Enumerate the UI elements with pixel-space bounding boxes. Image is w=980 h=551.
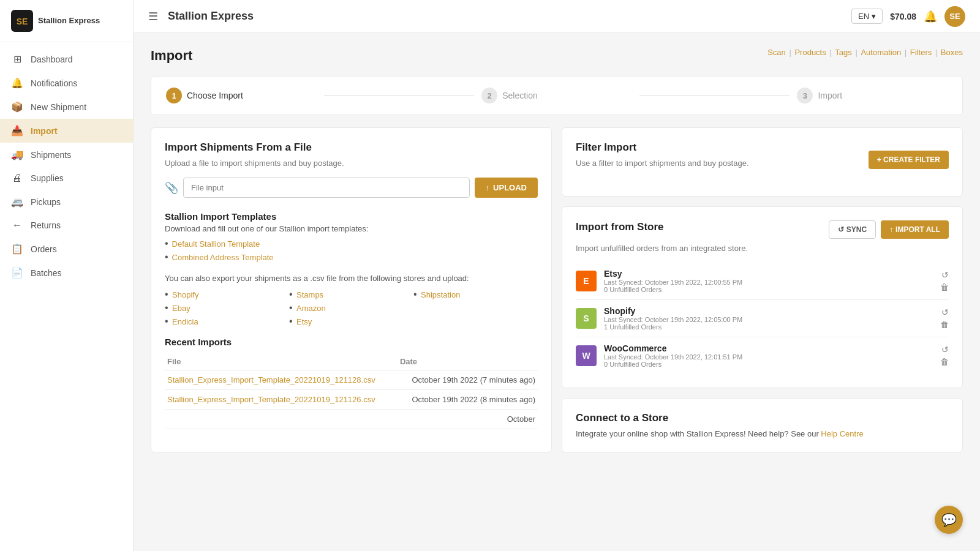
products-link[interactable]: Products (794, 48, 826, 57)
attachment-icon[interactable]: 📎 (165, 181, 178, 195)
filters-link[interactable]: Filters (910, 48, 932, 57)
table-row: Stallion_Express_Import_Template_2022101… (165, 370, 538, 390)
step-2-number: 2 (481, 88, 497, 103)
new-shipment-icon: 📦 (11, 101, 23, 113)
chat-support-button[interactable]: 💬 (935, 506, 963, 534)
sidebar-item-notifications[interactable]: 🔔 Notifications (0, 71, 133, 95)
orders-icon: 📋 (11, 243, 23, 255)
step-line-2 (639, 96, 790, 96)
connect-store-card: Connect to a Store Integrate your online… (562, 398, 963, 452)
sidebar-item-pickups[interactable]: 🚐 Pickups (0, 190, 133, 214)
language-selector[interactable]: EN ▾ (851, 9, 883, 24)
sidebar-label-supplies: Supplies (31, 173, 64, 183)
tags-link[interactable]: Tags (835, 48, 851, 57)
upload-label: UPLOAD (493, 183, 527, 192)
recent-date-3: October (398, 410, 538, 429)
step-3-label: Import (818, 91, 842, 100)
upload-button[interactable]: ↑ UPLOAD (475, 178, 538, 198)
table-row: Stallion_Express_Import_Template_2022101… (165, 390, 538, 410)
language-label: EN (858, 12, 869, 21)
combined-template-link[interactable]: Combined Address Template (172, 253, 274, 262)
shipstation-export-link[interactable]: Shipstation (421, 290, 460, 299)
recent-imports-table: File Date Stallion_Express_Import_Templa… (165, 353, 538, 429)
ebay-export-link[interactable]: Ebay (172, 304, 190, 313)
main-content: ☰ Stallion Express EN ▾ $70.08 🔔 SE Impo… (134, 0, 980, 551)
recent-date-2: October 19th 2022 (8 minutes ago) (398, 390, 538, 410)
topbar: ☰ Stallion Express EN ▾ $70.08 🔔 SE (134, 0, 980, 33)
automation-link[interactable]: Automation (861, 48, 901, 57)
sidebar-item-dashboard[interactable]: ⊞ Dashboard (0, 47, 133, 71)
file-col-header: File (165, 353, 398, 370)
user-avatar[interactable]: SE (944, 6, 965, 27)
sidebar-logo: SE Stallion Express (0, 0, 133, 42)
table-row: October (165, 410, 538, 429)
store-item-ebay: • Ebay (165, 302, 289, 313)
sync-button[interactable]: ↺ SYNC (829, 220, 876, 239)
shipments-icon: 🚚 (11, 149, 23, 160)
help-centre-link[interactable]: Help Centre (821, 429, 863, 438)
page-content: Import Scan | Products | Tags | Automati… (134, 33, 980, 551)
notification-bell-icon[interactable]: 🔔 (924, 10, 937, 23)
etsy-logo: E (576, 271, 597, 291)
stamps-export-link[interactable]: Stamps (296, 290, 323, 299)
woocommerce-sync-icon[interactable]: ↺ (941, 345, 949, 354)
step-1-number: 1 (166, 88, 182, 103)
import-stepper: 1 Choose Import 2 Selection 3 Import (151, 76, 963, 115)
filter-import-header: Filter Import Use a filter to import shi… (576, 141, 949, 178)
etsy-delete-icon[interactable]: 🗑 (940, 282, 949, 292)
store-item-shipstation: • Shipstation (413, 289, 538, 300)
file-input[interactable] (183, 178, 470, 198)
sidebar-item-import[interactable]: 📥 Import (0, 119, 133, 143)
endicia-export-link[interactable]: Endicia (172, 317, 198, 326)
shopify-sync-icon[interactable]: ↺ (941, 307, 949, 317)
sidebar-label-pickups: Pickups (31, 197, 61, 207)
import-all-label: IMPORT ALL (895, 225, 940, 234)
brand-name-stallion: Stallion Express (38, 16, 100, 26)
step-1: 1 Choose Import (166, 88, 317, 103)
sidebar-item-shipments[interactable]: 🚚 Shipments (0, 143, 133, 167)
sidebar-label-shipments: Shipments (31, 150, 71, 160)
sidebar-item-supplies[interactable]: 🖨 Supplies (0, 167, 133, 190)
sidebar-item-returns[interactable]: ← Returns (0, 214, 133, 237)
amazon-export-link[interactable]: Amazon (296, 304, 326, 313)
account-balance: $70.08 (890, 12, 916, 21)
recent-file-link-1[interactable]: Stallion_Express_Import_Template_2022101… (167, 375, 375, 384)
recent-date-1: October 19th 2022 (7 minutes ago) (398, 370, 538, 390)
etsy-export-link[interactable]: Etsy (296, 317, 312, 326)
woocommerce-store-name: WooCommerce (604, 343, 940, 353)
shopify-export-link[interactable]: Shopify (172, 290, 198, 299)
batches-icon: 📄 (11, 267, 23, 279)
sidebar-item-batches[interactable]: 📄 Batches (0, 261, 133, 285)
stallion-logo-icon: SE (11, 10, 33, 32)
page-title: Import (151, 48, 192, 64)
sidebar-item-orders[interactable]: 📋 Orders (0, 237, 133, 261)
recent-file-link-2[interactable]: Stallion_Express_Import_Template_2022101… (167, 395, 375, 404)
store-row-etsy: E Etsy Last Synced: October 19th 2022, 1… (576, 263, 949, 300)
step-3-number: 3 (797, 88, 813, 103)
filter-import-card: Filter Import Use a filter to import shi… (562, 127, 963, 197)
import-templates-section: Stallion Import Templates Download and f… (165, 211, 538, 263)
shopify-delete-icon[interactable]: 🗑 (940, 320, 949, 329)
import-all-button[interactable]: ↑ IMPORT ALL (881, 220, 949, 239)
connect-store-desc: Integrate your online shop with Stallion… (576, 429, 949, 438)
shopify-sync-info: Last Synced: October 19th 2022, 12:05:00… (604, 316, 940, 323)
etsy-store-name: Etsy (604, 269, 940, 279)
default-template-link[interactable]: Default Stallion Template (172, 239, 260, 249)
boxes-link[interactable]: Boxes (941, 48, 963, 57)
store-item-etsy: • Etsy (289, 316, 413, 327)
returns-icon: ← (11, 220, 23, 231)
sidebar-item-new-shipment[interactable]: 📦 New Shipment (0, 95, 133, 119)
recent-imports-title: Recent Imports (165, 337, 538, 347)
sidebar-label-new-shipment: New Shipment (31, 102, 86, 112)
sync-label: SYNC (846, 225, 867, 234)
pickups-icon: 🚐 (11, 196, 23, 208)
import-all-arrow-icon: ↑ (889, 225, 893, 234)
hamburger-menu-button[interactable]: ☰ (148, 10, 158, 23)
create-filter-button[interactable]: + CREATE FILTER (869, 151, 949, 169)
woocommerce-delete-icon[interactable]: 🗑 (940, 357, 949, 367)
scan-link[interactable]: Scan (767, 48, 786, 57)
etsy-sync-icon[interactable]: ↺ (941, 270, 949, 280)
store-item-endicia: • Endicia (165, 316, 289, 327)
sidebar-label-notifications: Notifications (31, 78, 77, 88)
step-2-label: Selection (502, 91, 538, 100)
